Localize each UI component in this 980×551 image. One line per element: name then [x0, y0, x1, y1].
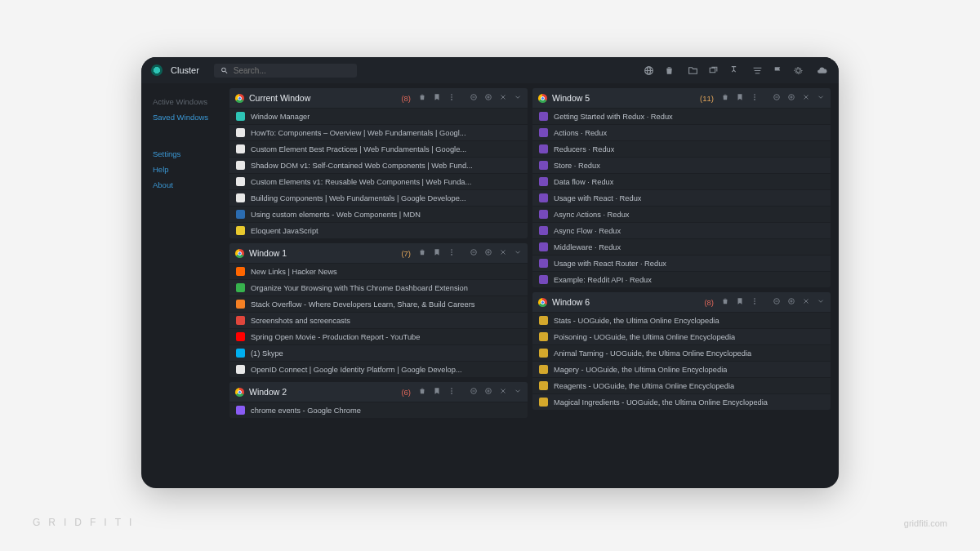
tab-row[interactable]: HowTo: Components – Overview | Web Funda…	[229, 124, 528, 140]
collapse-icon[interactable]	[514, 387, 522, 397]
tab-row[interactable]: Window Manager	[229, 108, 528, 124]
trash-icon[interactable]	[721, 297, 729, 307]
tab-row[interactable]: Eloquent JavaScript	[229, 222, 528, 238]
search-input[interactable]	[234, 66, 350, 75]
tab-row[interactable]: Example: Reddit API · Redux	[532, 271, 831, 287]
panel-header[interactable]: Current Window (8)	[229, 88, 528, 108]
bookmark-icon[interactable]	[433, 387, 441, 397]
sidebar-about[interactable]: About	[153, 178, 229, 192]
bookmark-icon[interactable]	[433, 93, 441, 103]
tab-row[interactable]: Spring Open Movie - Production Report - …	[229, 328, 528, 344]
collapse-icon[interactable]	[514, 248, 522, 258]
tab-list: Stats - UOGuide, the Ultima Online Encyc…	[532, 312, 831, 410]
minimize-icon[interactable]	[773, 297, 781, 307]
more-icon[interactable]	[448, 93, 456, 103]
panel-header[interactable]: Window 6 (8)	[532, 292, 831, 312]
tab-title: Window Manager	[251, 113, 310, 121]
tab-row[interactable]: Custom Elements v1: Reusable Web Compone…	[229, 173, 528, 189]
panel-header[interactable]: Window 1 (7)	[229, 243, 528, 263]
tab-row[interactable]: Animal Taming - UOGuide, the Ultima Onli…	[532, 344, 831, 361]
sidebar-active-windows[interactable]: Active Windows	[153, 95, 229, 109]
favicon	[539, 112, 548, 121]
tab-row[interactable]: Async Actions · Redux	[532, 206, 831, 222]
favicon	[539, 128, 548, 137]
tab-row[interactable]: Usage with React · Redux	[532, 189, 831, 206]
trash-icon[interactable]	[418, 93, 426, 103]
windows-icon[interactable]	[708, 65, 719, 76]
tab-row[interactable]: Screenshots and screencasts	[229, 312, 528, 328]
collapse-icon[interactable]	[817, 93, 825, 103]
add-icon[interactable]	[484, 248, 492, 258]
tab-title: Eloquent JavaScript	[251, 227, 318, 235]
flag-icon[interactable]	[773, 65, 783, 76]
svg-point-10	[451, 388, 452, 389]
tab-row[interactable]: Organize Your Browsing with This Chrome …	[229, 279, 528, 295]
tab-row[interactable]: Reducers · Redux	[532, 140, 831, 157]
favicon	[539, 316, 548, 325]
close-icon[interactable]	[499, 248, 507, 258]
sidebar-saved-windows[interactable]: Saved Windows	[153, 110, 229, 124]
tab-row[interactable]: Getting Started with Redux · Redux	[532, 108, 831, 124]
tab-row[interactable]: Store · Redux	[532, 157, 831, 173]
add-icon[interactable]	[787, 93, 795, 103]
settings-icon[interactable]	[793, 65, 804, 76]
tab-row[interactable]: Reagents - UOGuide, the Ultima Online En…	[532, 377, 831, 393]
tab-row[interactable]: Data flow · Redux	[532, 173, 831, 189]
sidebar-settings[interactable]: Settings	[153, 147, 229, 161]
minimize-icon[interactable]	[773, 93, 781, 103]
tab-row[interactable]: (1) Skype	[229, 344, 528, 361]
tab-row[interactable]: Stack Overflow - Where Developers Learn,…	[229, 295, 528, 312]
minimize-icon[interactable]	[470, 93, 478, 103]
minimize-icon[interactable]	[470, 248, 478, 258]
sort-icon[interactable]	[752, 65, 763, 76]
tab-row[interactable]: Middleware · Redux	[532, 238, 831, 255]
panel-header[interactable]: Window 5 (11)	[532, 88, 831, 108]
add-icon[interactable]	[484, 387, 492, 397]
bookmark-icon[interactable]	[433, 248, 441, 258]
tab-row[interactable]: Poisoning - UOGuide, the Ultima Online E…	[532, 328, 831, 344]
merge-icon[interactable]	[728, 65, 739, 76]
more-icon[interactable]	[751, 93, 759, 103]
add-icon[interactable]	[484, 93, 492, 103]
trash-icon[interactable]	[418, 387, 426, 397]
tab-row[interactable]: Usage with React Router · Redux	[532, 255, 831, 271]
tab-row[interactable]: Using custom elements - Web Components |…	[229, 206, 528, 222]
tab-row[interactable]: Stats - UOGuide, the Ultima Online Encyc…	[532, 312, 831, 328]
tab-row[interactable]: Async Flow · Redux	[532, 222, 831, 238]
favicon	[236, 300, 245, 309]
tab-title: Async Flow · Redux	[554, 227, 621, 235]
tab-icon[interactable]	[688, 65, 698, 76]
search-box[interactable]	[214, 64, 357, 78]
tab-row[interactable]: OpenID Connect | Google Identity Platfor…	[229, 361, 528, 377]
cloud-icon[interactable]	[817, 65, 827, 76]
trash-icon[interactable]	[664, 65, 675, 76]
globe-icon[interactable]	[644, 65, 654, 76]
minimize-icon[interactable]	[470, 387, 478, 397]
bookmark-icon[interactable]	[736, 297, 744, 307]
add-icon[interactable]	[787, 297, 795, 307]
collapse-icon[interactable]	[514, 93, 522, 103]
tab-row[interactable]: Actions · Redux	[532, 124, 831, 140]
tab-row[interactable]: Magical Ingredients - UOGuide, the Ultim…	[532, 393, 831, 410]
panel-actions	[418, 387, 522, 397]
trash-icon[interactable]	[418, 248, 426, 258]
tab-row[interactable]: Building Components | Web Fundamentals |…	[229, 189, 528, 206]
panel-header[interactable]: Window 2 (6)	[229, 382, 528, 402]
tab-row[interactable]: Shadow DOM v1: Self-Contained Web Compon…	[229, 157, 528, 173]
tab-row[interactable]: chrome events - Google Chrome	[229, 402, 528, 418]
bookmark-icon[interactable]	[736, 93, 744, 103]
close-icon[interactable]	[802, 93, 810, 103]
more-icon[interactable]	[751, 297, 759, 307]
sidebar-help[interactable]: Help	[153, 162, 229, 176]
tab-row[interactable]: Magery - UOGuide, the Ultima Online Ency…	[532, 361, 831, 377]
collapse-icon[interactable]	[817, 297, 825, 307]
trash-icon[interactable]	[721, 93, 729, 103]
more-icon[interactable]	[448, 387, 456, 397]
close-icon[interactable]	[499, 387, 507, 397]
close-icon[interactable]	[499, 93, 507, 103]
tab-row[interactable]: Custom Element Best Practices | Web Fund…	[229, 140, 528, 157]
tab-row[interactable]: New Links | Hacker News	[229, 263, 528, 279]
header: Cluster	[141, 57, 839, 83]
more-icon[interactable]	[448, 248, 456, 258]
close-icon[interactable]	[802, 297, 810, 307]
